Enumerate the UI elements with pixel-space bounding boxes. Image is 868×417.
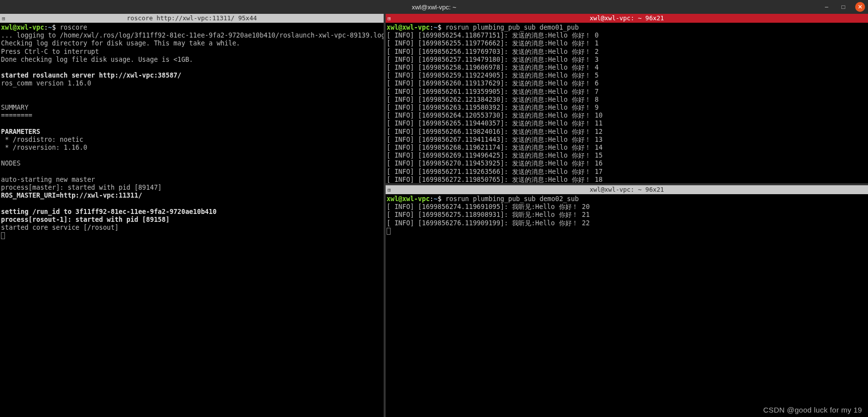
split-icon: ⊞ xyxy=(2,14,5,23)
split-icon: ⊞ xyxy=(388,14,391,23)
left-terminal-pane[interactable]: ⊞ roscore http://xwl-vpc:11311/ 95x44 xw… xyxy=(0,14,386,417)
maximize-button[interactable]: □ xyxy=(838,2,848,12)
right-bottom-pane-title-text: xwl@xwl-vpc: ~ 96x21 xyxy=(590,186,664,193)
window-controls: – □ ✕ xyxy=(822,2,865,12)
window-title: xwl@xwl-vpc: ~ xyxy=(412,3,456,11)
right-top-pane-title: ⊞ xwl@xwl-vpc: ~ 96x21 xyxy=(386,14,868,23)
right-bottom-terminal-body[interactable]: xwl@xwl-vpc:~$ rosrun plumbing_pub_sub d… xyxy=(386,194,868,417)
watermark-text: CSDN @good luck for my 19 xyxy=(763,406,862,414)
close-button[interactable]: ✕ xyxy=(855,2,865,12)
right-bottom-terminal-pane[interactable]: ⊞ xwl@xwl-vpc: ~ 96x21 xwl@xwl-vpc:~$ ro… xyxy=(386,185,868,417)
right-bottom-pane-title: ⊞ xwl@xwl-vpc: ~ 96x21 xyxy=(386,185,868,194)
window-titlebar: xwl@xwl-vpc: ~ – □ ✕ xyxy=(0,0,868,14)
left-pane-title-text: roscore http://xwl-vpc:11311/ 95x44 xyxy=(127,14,257,22)
split-icon: ⊞ xyxy=(388,186,391,195)
left-pane-title: ⊞ roscore http://xwl-vpc:11311/ 95x44 xyxy=(0,14,384,23)
right-top-terminal-pane[interactable]: ⊞ xwl@xwl-vpc: ~ 96x21 xwl@xwl-vpc:~$ ro… xyxy=(386,14,868,185)
right-column: ⊞ xwl@xwl-vpc: ~ 96x21 xwl@xwl-vpc:~$ ro… xyxy=(386,14,868,417)
left-terminal-body[interactable]: xwl@xwl-vpc:~$ roscore ... logging to /h… xyxy=(0,23,384,417)
right-top-terminal-body[interactable]: xwl@xwl-vpc:~$ rosrun plumbing_pub_sub d… xyxy=(386,23,868,183)
terminator-workspace: ⊞ roscore http://xwl-vpc:11311/ 95x44 xw… xyxy=(0,14,868,417)
right-top-pane-title-text: xwl@xwl-vpc: ~ 96x21 xyxy=(590,14,664,22)
minimize-button[interactable]: – xyxy=(822,2,831,12)
